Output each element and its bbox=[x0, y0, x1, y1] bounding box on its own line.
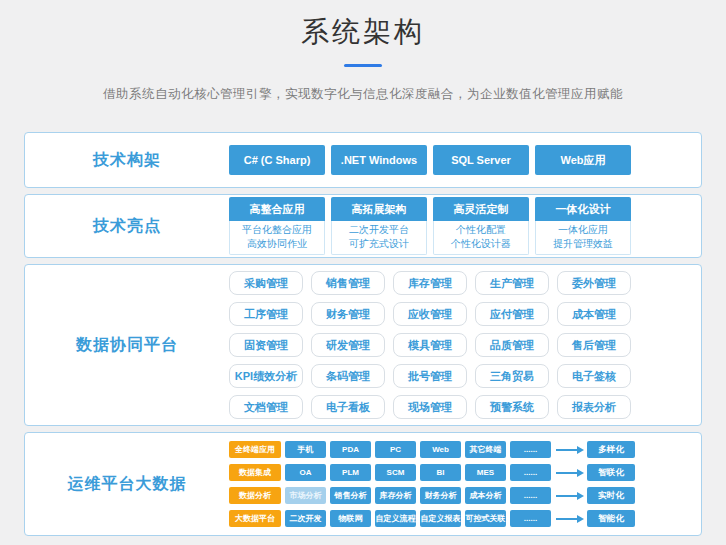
module-chip: 应收管理 bbox=[393, 302, 467, 326]
bigdata-result-chip: 实时化 bbox=[587, 487, 635, 504]
bigdata-item-chip: 自定义流程 bbox=[375, 510, 416, 527]
tech-stack-label: 技术构架 bbox=[25, 133, 229, 187]
highlight-card: 高灵活定制个性化配置个性化设计器 bbox=[433, 197, 529, 255]
bigdata-item-chip: 库存分析 bbox=[375, 487, 416, 504]
module-chip: 条码管理 bbox=[311, 364, 385, 388]
arrow-right-icon bbox=[556, 472, 582, 474]
highlight-card-line: 个性化设计器 bbox=[434, 237, 528, 251]
module-chip: 委外管理 bbox=[557, 271, 631, 295]
data-platform-label: 数据协同平台 bbox=[25, 265, 229, 425]
module-chip: 销售管理 bbox=[311, 271, 385, 295]
bigdata-item-chip: 成本分析 bbox=[465, 487, 506, 504]
highlight-card-title: 高灵活定制 bbox=[433, 197, 529, 221]
bigdata-item-chip: MES bbox=[465, 464, 506, 481]
highlight-cards: 高整合应用平台化整合应用高效协同作业高拓展架构二次开发平台可扩充式设计高灵活定制… bbox=[229, 195, 701, 257]
module-chip: KPI绩效分析 bbox=[229, 364, 303, 388]
bigdata-rows: 全终端应用手机PDAPCWeb其它终端......多样化数据集成OAPLMSCM… bbox=[229, 433, 701, 535]
bigdata-item-chip: SCM bbox=[375, 464, 416, 481]
bigdata-row: 数据分析市场分析销售分析库存分析财务分析成本分析......实时化 bbox=[229, 487, 635, 504]
highlight-card-body: 一体化应用提升管理效益 bbox=[535, 221, 631, 255]
module-chip: 电子看板 bbox=[311, 395, 385, 419]
bigdata-item-chip: 二次开发 bbox=[285, 510, 326, 527]
module-chip: 模具管理 bbox=[393, 333, 467, 357]
bigdata-item-chip: ...... bbox=[510, 464, 551, 481]
module-chip: 三角贸易 bbox=[475, 364, 549, 388]
title-underline bbox=[344, 64, 382, 67]
highlight-card-line: 二次开发平台 bbox=[332, 223, 426, 237]
highlight-card-line: 提升管理效益 bbox=[536, 237, 630, 251]
system-architecture-page: 系统架构 借助系统自动化核心管理引擎，实现数字化与信息化深度融合，为企业数值化管… bbox=[0, 0, 726, 545]
bigdata-result-chip: 多样化 bbox=[587, 441, 635, 458]
highlight-card-body: 二次开发平台可扩充式设计 bbox=[331, 221, 427, 255]
module-chip: 售后管理 bbox=[557, 333, 631, 357]
highlight-card: 高整合应用平台化整合应用高效协同作业 bbox=[229, 197, 325, 255]
tech-stack-chip: .NET Windows bbox=[331, 145, 427, 175]
bigdata-category-badge: 全终端应用 bbox=[229, 441, 281, 458]
highlight-card-line: 可扩充式设计 bbox=[332, 237, 426, 251]
highlight-card-body: 个性化配置个性化设计器 bbox=[433, 221, 529, 255]
bigdata-item-chip: BI bbox=[420, 464, 461, 481]
bigdata-result-chip: 智能化 bbox=[587, 510, 635, 527]
module-chip: 生产管理 bbox=[475, 271, 549, 295]
section-data-platform: 数据协同平台 采购管理销售管理库存管理生产管理委外管理工序管理财务管理应收管理应… bbox=[24, 264, 702, 426]
bigdata-item-chip: 物联网 bbox=[330, 510, 371, 527]
bigdata-row: 全终端应用手机PDAPCWeb其它终端......多样化 bbox=[229, 441, 635, 458]
bigdata-item-chip: 财务分析 bbox=[420, 487, 461, 504]
highlight-card-line: 一体化应用 bbox=[536, 223, 630, 237]
bigdata-item-chip: PLM bbox=[330, 464, 371, 481]
section-highlights: 技术亮点 高整合应用平台化整合应用高效协同作业高拓展架构二次开发平台可扩充式设计… bbox=[24, 194, 702, 258]
tech-stack-buttons: C# (C Sharp).NET WindowsSQL ServerWeb应用 bbox=[229, 133, 701, 187]
bigdata-item-chip: 销售分析 bbox=[330, 487, 371, 504]
highlight-card-title: 高整合应用 bbox=[229, 197, 325, 221]
arrow-right-icon bbox=[556, 449, 582, 451]
bigdata-item-chip: PC bbox=[375, 441, 416, 458]
bigdata-result-chip: 智联化 bbox=[587, 464, 635, 481]
module-chip: 财务管理 bbox=[311, 302, 385, 326]
bigdata-category-badge: 数据分析 bbox=[229, 487, 281, 504]
tech-stack-chip: Web应用 bbox=[535, 145, 631, 175]
module-chip: 品质管理 bbox=[475, 333, 549, 357]
page-subtitle: 借助系统自动化核心管理引擎，实现数字化与信息化深度融合，为企业数值化管理应用赋能 bbox=[0, 86, 726, 103]
arrow-right-icon bbox=[556, 518, 582, 520]
bigdata-label: 运维平台大数据 bbox=[25, 433, 229, 535]
module-grid: 采购管理销售管理库存管理生产管理委外管理工序管理财务管理应收管理应付管理成本管理… bbox=[229, 265, 701, 425]
module-chip: 固资管理 bbox=[229, 333, 303, 357]
module-chip: 库存管理 bbox=[393, 271, 467, 295]
highlights-label: 技术亮点 bbox=[25, 195, 229, 257]
bigdata-item-chip: 市场分析 bbox=[285, 487, 326, 504]
bigdata-category-badge: 数据集成 bbox=[229, 464, 281, 481]
bigdata-item-chip: ...... bbox=[510, 510, 551, 527]
module-chip: 文档管理 bbox=[229, 395, 303, 419]
highlight-card-body: 平台化整合应用高效协同作业 bbox=[229, 221, 325, 255]
highlight-card-title: 一体化设计 bbox=[535, 197, 631, 221]
tech-stack-chip: SQL Server bbox=[433, 145, 529, 175]
module-chip: 工序管理 bbox=[229, 302, 303, 326]
module-chip: 应付管理 bbox=[475, 302, 549, 326]
highlight-card-line: 高效协同作业 bbox=[230, 237, 324, 251]
highlight-card-line: 平台化整合应用 bbox=[230, 223, 324, 237]
module-chip: 采购管理 bbox=[229, 271, 303, 295]
section-bigdata: 运维平台大数据 全终端应用手机PDAPCWeb其它终端......多样化数据集成… bbox=[24, 432, 702, 536]
bigdata-row: 数据集成OAPLMSCMBIMES......智联化 bbox=[229, 464, 635, 481]
highlight-card: 高拓展架构二次开发平台可扩充式设计 bbox=[331, 197, 427, 255]
module-chip: 研发管理 bbox=[311, 333, 385, 357]
module-chip: 现场管理 bbox=[393, 395, 467, 419]
module-chip: 预警系统 bbox=[475, 395, 549, 419]
bigdata-item-chip: Web bbox=[420, 441, 461, 458]
module-chip: 电子签核 bbox=[557, 364, 631, 388]
bigdata-item-chip: ...... bbox=[510, 487, 551, 504]
bigdata-item-chip: 自定义报表 bbox=[420, 510, 461, 527]
bigdata-item-chip: OA bbox=[285, 464, 326, 481]
bigdata-item-chip: ...... bbox=[510, 441, 551, 458]
bigdata-item-chip: 手机 bbox=[285, 441, 326, 458]
highlight-card-title: 高拓展架构 bbox=[331, 197, 427, 221]
bigdata-item-chip: 其它终端 bbox=[465, 441, 506, 458]
arrow-right-icon bbox=[556, 495, 582, 497]
page-title: 系统架构 bbox=[0, 0, 726, 51]
bigdata-item-chip: PDA bbox=[330, 441, 371, 458]
highlight-card: 一体化设计一体化应用提升管理效益 bbox=[535, 197, 631, 255]
bigdata-item-chip: 可控式关联 bbox=[465, 510, 506, 527]
highlight-card-line: 个性化配置 bbox=[434, 223, 528, 237]
module-chip: 批号管理 bbox=[393, 364, 467, 388]
module-chip: 成本管理 bbox=[557, 302, 631, 326]
